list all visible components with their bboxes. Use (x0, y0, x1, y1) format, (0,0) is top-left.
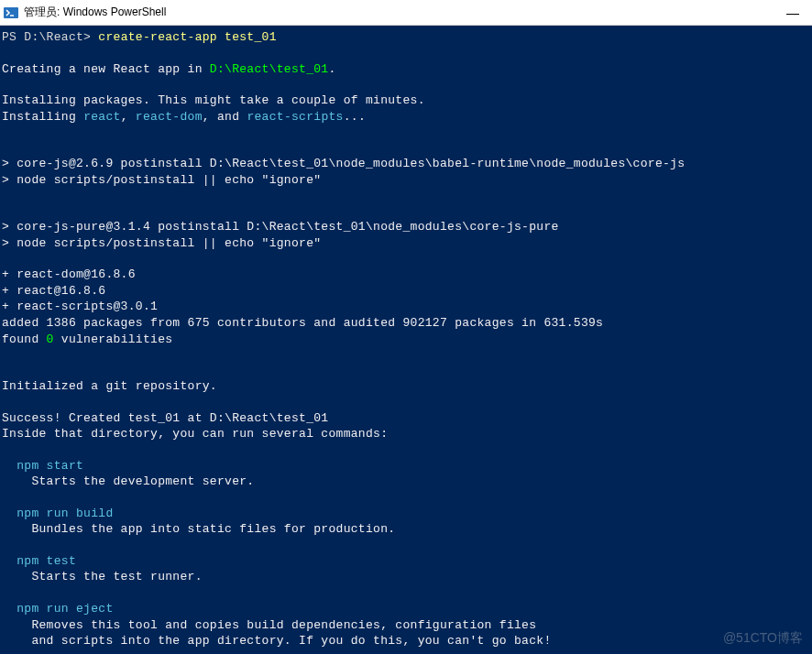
terminal-line: Installing packages. This might take a c… (2, 93, 812, 109)
terminal-line (2, 442, 812, 458)
terminal-line: > node scripts/postinstall || echo "igno… (2, 235, 812, 252)
powershell-icon (4, 5, 18, 20)
minimize-button[interactable]: — (777, 5, 808, 20)
terminal-line: npm start (2, 458, 812, 474)
terminal-line: > core-js@2.6.9 postinstall D:\React\tes… (2, 156, 812, 172)
terminal-line (2, 251, 812, 267)
terminal-line (2, 347, 812, 363)
terminal-line: + react-dom@16.8.6 (2, 267, 812, 283)
terminal-line: Starts the development server. (2, 474, 812, 490)
terminal-line (2, 395, 812, 410)
terminal-line: Starts the test runner. (2, 569, 812, 585)
terminal-line: + react@16.8.6 (2, 283, 812, 300)
terminal-line: and scripts into the app directory. If y… (2, 633, 812, 649)
terminal-output[interactable]: PS D:\React> create-react-app test_01 Cr… (0, 26, 812, 654)
terminal-line: Creating a new React app in D:\React\tes… (2, 61, 812, 78)
terminal-line (2, 203, 812, 219)
terminal-line: added 1386 packages from 675 contributor… (2, 315, 812, 332)
terminal-line: PS D:\React> create-react-app test_01 (2, 29, 812, 46)
terminal-line (2, 649, 812, 654)
terminal-line (2, 125, 812, 140)
terminal-line (2, 77, 812, 93)
terminal-line (2, 538, 812, 553)
terminal-line (2, 585, 812, 601)
svg-rect-0 (4, 7, 18, 18)
terminal-line: Removes this tool and copies build depen… (2, 617, 812, 634)
window-title: 管理员: Windows PowerShell (24, 5, 777, 20)
terminal-line: > node scripts/postinstall || echo "igno… (2, 172, 812, 189)
terminal-line (2, 490, 812, 506)
terminal-line: Initialized a git repository. (2, 378, 812, 395)
terminal-line: > core-js-pure@3.1.4 postinstall D:\Reac… (2, 219, 812, 235)
terminal-line: npm run eject (2, 601, 812, 617)
terminal-line (2, 363, 812, 378)
terminal-line: Bundles the app into static files for pr… (2, 521, 812, 538)
terminal-line: Success! Created test_01 at D:\React\tes… (2, 410, 812, 427)
terminal-line: npm test (2, 553, 812, 570)
terminal-line (2, 188, 812, 203)
window-title-bar: 管理员: Windows PowerShell — (0, 0, 812, 26)
terminal-line: + react-scripts@3.0.1 (2, 299, 812, 315)
terminal-line (2, 140, 812, 156)
terminal-line: found 0 vulnerabilities (2, 332, 812, 348)
watermark: @51CTO博客 (723, 630, 803, 647)
terminal-line (2, 46, 812, 61)
terminal-line: npm run build (2, 506, 812, 522)
terminal-line: Inside that directory, you can run sever… (2, 426, 812, 442)
terminal-line: Installing react, react-dom, and react-s… (2, 109, 812, 125)
